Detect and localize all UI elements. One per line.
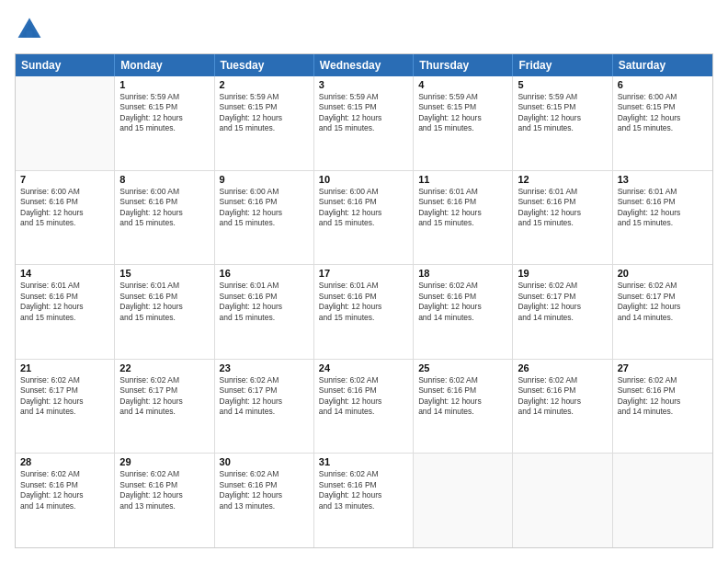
day-info: Sunrise: 6:01 AMSunset: 6:16 PMDaylight:…: [618, 187, 708, 229]
calendar-cell: [613, 454, 712, 547]
day-info: Sunrise: 5:59 AMSunset: 6:15 PMDaylight:…: [319, 92, 408, 134]
calendar-row-1: 7Sunrise: 6:00 AMSunset: 6:16 PMDaylight…: [16, 171, 712, 266]
calendar-cell: 24Sunrise: 6:02 AMSunset: 6:16 PMDayligh…: [314, 360, 414, 454]
day-number: 2: [220, 79, 309, 90]
day-info: Sunrise: 6:00 AMSunset: 6:16 PMDaylight:…: [20, 187, 109, 229]
day-number: 31: [319, 456, 408, 467]
calendar-cell: 31Sunrise: 6:02 AMSunset: 6:16 PMDayligh…: [314, 454, 414, 547]
day-number: 21: [20, 362, 109, 373]
day-number: 4: [418, 79, 507, 90]
calendar-cell: 11Sunrise: 6:01 AMSunset: 6:16 PMDayligh…: [414, 171, 513, 265]
header-day-monday: Monday: [115, 54, 214, 76]
day-info: Sunrise: 6:01 AMSunset: 6:16 PMDaylight:…: [220, 281, 309, 323]
calendar-cell: 5Sunrise: 5:59 AMSunset: 6:15 PMDaylight…: [513, 76, 612, 170]
day-info: Sunrise: 6:02 AMSunset: 6:16 PMDaylight:…: [20, 469, 109, 511]
calendar-cell: 19Sunrise: 6:02 AMSunset: 6:17 PMDayligh…: [513, 265, 612, 359]
day-number: 24: [319, 362, 408, 373]
header-day-tuesday: Tuesday: [215, 54, 314, 76]
day-number: 28: [20, 456, 109, 467]
calendar-cell: 12Sunrise: 6:01 AMSunset: 6:16 PMDayligh…: [513, 171, 612, 265]
day-info: Sunrise: 6:00 AMSunset: 6:16 PMDaylight:…: [220, 187, 309, 229]
calendar-cell: 23Sunrise: 6:02 AMSunset: 6:17 PMDayligh…: [215, 360, 314, 454]
calendar-cell: [16, 76, 115, 170]
calendar-cell: 25Sunrise: 6:02 AMSunset: 6:16 PMDayligh…: [414, 360, 513, 454]
day-info: Sunrise: 5:59 AMSunset: 6:15 PMDaylight:…: [220, 92, 309, 134]
day-number: 5: [518, 79, 607, 90]
day-number: 29: [119, 456, 209, 467]
day-number: 1: [119, 79, 209, 90]
logo-icon: [15, 15, 44, 44]
day-number: 14: [20, 268, 109, 279]
day-info: Sunrise: 6:00 AMSunset: 6:16 PMDaylight:…: [319, 187, 408, 229]
svg-rect-2: [26, 31, 32, 38]
day-number: 12: [518, 174, 607, 185]
calendar-cell: 2Sunrise: 5:59 AMSunset: 6:15 PMDaylight…: [215, 76, 314, 170]
day-number: 18: [418, 268, 507, 279]
header-day-friday: Friday: [513, 54, 612, 76]
day-info: Sunrise: 6:02 AMSunset: 6:16 PMDaylight:…: [319, 375, 408, 418]
day-number: 23: [220, 362, 309, 373]
day-info: Sunrise: 6:01 AMSunset: 6:16 PMDaylight:…: [20, 281, 109, 323]
day-info: Sunrise: 6:02 AMSunset: 6:17 PMDaylight:…: [518, 281, 607, 323]
calendar-cell: 22Sunrise: 6:02 AMSunset: 6:17 PMDayligh…: [115, 360, 214, 454]
day-number: 16: [220, 268, 309, 279]
day-info: Sunrise: 6:01 AMSunset: 6:16 PMDaylight:…: [119, 281, 209, 323]
calendar-body: 1Sunrise: 5:59 AMSunset: 6:15 PMDaylight…: [16, 76, 712, 547]
day-info: Sunrise: 6:02 AMSunset: 6:16 PMDaylight:…: [418, 375, 507, 418]
day-info: Sunrise: 6:02 AMSunset: 6:17 PMDaylight:…: [20, 375, 109, 418]
day-number: 22: [119, 362, 209, 373]
day-info: Sunrise: 5:59 AMSunset: 6:15 PMDaylight:…: [418, 92, 507, 134]
calendar-cell: 16Sunrise: 6:01 AMSunset: 6:16 PMDayligh…: [215, 265, 314, 359]
calendar-cell: 13Sunrise: 6:01 AMSunset: 6:16 PMDayligh…: [613, 171, 712, 265]
day-number: 9: [220, 174, 309, 185]
day-number: 26: [518, 362, 607, 373]
day-info: Sunrise: 6:00 AMSunset: 6:15 PMDaylight:…: [618, 92, 708, 134]
calendar-cell: 3Sunrise: 5:59 AMSunset: 6:15 PMDaylight…: [314, 76, 414, 170]
day-number: 20: [618, 268, 708, 279]
calendar-cell: 28Sunrise: 6:02 AMSunset: 6:16 PMDayligh…: [16, 454, 115, 547]
day-info: Sunrise: 6:02 AMSunset: 6:16 PMDaylight:…: [119, 469, 209, 511]
day-info: Sunrise: 5:59 AMSunset: 6:15 PMDaylight:…: [119, 92, 209, 134]
calendar-cell: 30Sunrise: 6:02 AMSunset: 6:16 PMDayligh…: [215, 454, 314, 547]
day-number: 15: [119, 268, 209, 279]
day-number: 3: [319, 79, 408, 90]
day-info: Sunrise: 6:00 AMSunset: 6:16 PMDaylight:…: [119, 187, 209, 229]
day-info: Sunrise: 6:01 AMSunset: 6:16 PMDaylight:…: [319, 281, 408, 323]
calendar-row-0: 1Sunrise: 5:59 AMSunset: 6:15 PMDaylight…: [16, 76, 712, 171]
calendar-cell: 26Sunrise: 6:02 AMSunset: 6:16 PMDayligh…: [513, 360, 612, 454]
day-info: Sunrise: 6:02 AMSunset: 6:16 PMDaylight:…: [518, 375, 607, 418]
day-number: 10: [319, 174, 408, 185]
day-number: 6: [618, 79, 708, 90]
header-day-sunday: Sunday: [16, 54, 115, 76]
calendar-cell: 14Sunrise: 6:01 AMSunset: 6:16 PMDayligh…: [16, 265, 115, 359]
calendar-cell: 1Sunrise: 5:59 AMSunset: 6:15 PMDaylight…: [115, 76, 214, 170]
header-day-wednesday: Wednesday: [314, 54, 414, 76]
day-info: Sunrise: 6:02 AMSunset: 6:16 PMDaylight:…: [319, 469, 408, 511]
page: SundayMondayTuesdayWednesdayThursdayFrid…: [0, 0, 728, 563]
calendar-cell: 18Sunrise: 6:02 AMSunset: 6:16 PMDayligh…: [414, 265, 513, 359]
calendar-cell: 21Sunrise: 6:02 AMSunset: 6:17 PMDayligh…: [16, 360, 115, 454]
day-info: Sunrise: 5:59 AMSunset: 6:15 PMDaylight:…: [518, 92, 607, 134]
calendar-cell: 6Sunrise: 6:00 AMSunset: 6:15 PMDaylight…: [613, 76, 712, 170]
calendar-row-3: 21Sunrise: 6:02 AMSunset: 6:17 PMDayligh…: [16, 360, 712, 454]
calendar-cell: 10Sunrise: 6:00 AMSunset: 6:16 PMDayligh…: [314, 171, 414, 265]
calendar: SundayMondayTuesdayWednesdayThursdayFrid…: [15, 53, 713, 548]
day-number: 25: [418, 362, 507, 373]
calendar-cell: 9Sunrise: 6:00 AMSunset: 6:16 PMDaylight…: [215, 171, 314, 265]
day-number: 19: [518, 268, 607, 279]
day-number: 11: [418, 174, 507, 185]
calendar-cell: 4Sunrise: 5:59 AMSunset: 6:15 PMDaylight…: [414, 76, 513, 170]
day-number: 7: [20, 174, 109, 185]
day-info: Sunrise: 6:02 AMSunset: 6:17 PMDaylight:…: [220, 375, 309, 418]
day-info: Sunrise: 6:02 AMSunset: 6:17 PMDaylight:…: [119, 375, 209, 418]
calendar-cell: 20Sunrise: 6:02 AMSunset: 6:17 PMDayligh…: [613, 265, 712, 359]
day-number: 17: [319, 268, 408, 279]
day-info: Sunrise: 6:02 AMSunset: 6:16 PMDaylight:…: [618, 375, 708, 418]
calendar-cell: 7Sunrise: 6:00 AMSunset: 6:16 PMDaylight…: [16, 171, 115, 265]
day-number: 13: [618, 174, 708, 185]
header-day-saturday: Saturday: [613, 54, 712, 76]
calendar-cell: [513, 454, 612, 547]
day-info: Sunrise: 6:02 AMSunset: 6:16 PMDaylight:…: [418, 281, 507, 323]
calendar-header: SundayMondayTuesdayWednesdayThursdayFrid…: [16, 54, 712, 76]
header: [15, 15, 713, 44]
